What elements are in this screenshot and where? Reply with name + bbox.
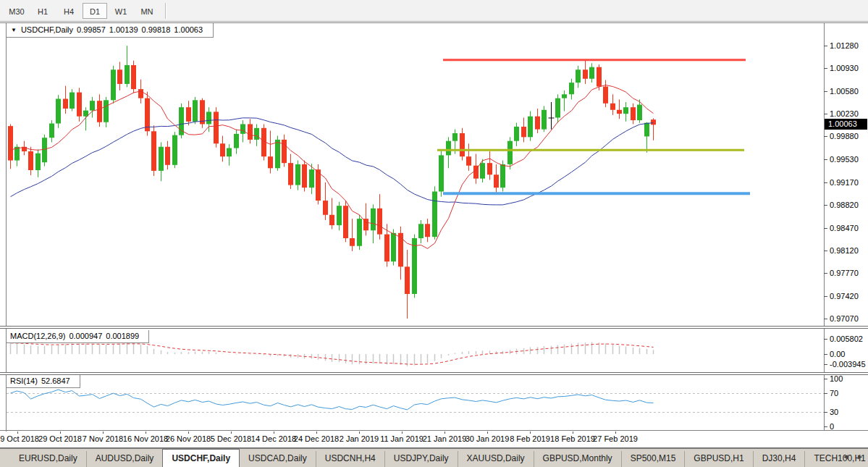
ohlc-low: 0.99818: [142, 25, 171, 34]
macd-value-2: 0.001899: [106, 332, 139, 340]
symbol-tab-usdcnh-h4[interactable]: USDCNH,H4: [316, 451, 384, 467]
rsi-canvas[interactable]: [7, 375, 824, 429]
splitter-macd[interactable]: [0, 326, 868, 329]
symbol-tab-usdcad-daily[interactable]: USDCAD,Daily: [240, 451, 316, 467]
price-axis-border: [824, 22, 825, 430]
macd-axis-label: -0.003945: [830, 359, 867, 369]
symbol-tab-gbpusd-monthly[interactable]: GBPUSD,Monthly: [534, 451, 621, 467]
date-tick: [60, 432, 61, 434]
price-axis-label: 0.97420: [830, 291, 867, 301]
tab-scroll-controls: ◄ ►: [842, 453, 864, 460]
trading-terminal: M30H1H4D1W1MN ▼USDCHF,Daily0.998571.0013…: [0, 0, 868, 467]
symbol-tab-audusd-daily[interactable]: AUDUSD,Daily: [86, 451, 163, 467]
price-axis-label: 1.00930: [830, 63, 867, 73]
ohlc-high: 1.00139: [109, 25, 138, 34]
timeframe-button-h1[interactable]: H1: [30, 3, 55, 19]
date-axis-border: [0, 430, 868, 431]
timeframe-button-h4[interactable]: H4: [56, 3, 81, 19]
price-axis-label: 1.00580: [830, 86, 867, 96]
tab-scroll-left-icon[interactable]: ◄: [842, 453, 849, 460]
symbol-tab-gbpusd-h1[interactable]: GBPUSD,H1: [684, 451, 752, 467]
symbol-tab-eurusd-daily[interactable]: EURUSD,Daily: [10, 451, 86, 467]
rsi-axis-label-tick: [824, 412, 827, 413]
symbol-tab-bar: EURUSD,DailyAUDUSD,DailyUSDCHF,DailyUSDC…: [0, 448, 868, 467]
price-axis-label-tick: [824, 273, 827, 274]
price-axis-label: 1.01280: [830, 41, 867, 51]
price-axis-label-tick: [824, 159, 827, 160]
ohlc-close: 1.00063: [174, 25, 203, 34]
macd-name: MACD(12,26,9): [10, 332, 65, 340]
rsi-axis-label: 0: [830, 421, 867, 432]
date-tick: [402, 432, 403, 434]
rsi-axis-label: 70: [830, 388, 867, 398]
rsi-axis-label-tick: [824, 393, 827, 394]
price-axis-label: 0.99170: [830, 177, 867, 188]
macd-axis-label-tick: [824, 339, 827, 340]
date-axis[interactable]: 19 Oct 201829 Oct 20187 Nov 201816 Nov 2…: [0, 432, 868, 447]
chart-symbol: USDCHF,Daily: [21, 25, 73, 34]
rsi-axis-label-tick: [824, 379, 827, 379]
symbol-tab-sp500-m15[interactable]: SP500,M15: [621, 451, 685, 467]
date-tick: [615, 432, 616, 434]
date-tick: [316, 432, 317, 434]
tab-scroll-right-icon[interactable]: ►: [856, 453, 864, 460]
date-tick: [17, 432, 18, 434]
toolbar-separator: [165, 3, 167, 19]
price-axis-label-tick: [824, 319, 827, 319]
timeframe-toolbar: M30H1H4D1W1MN: [0, 0, 868, 22]
symbol-tab-dj30-h4[interactable]: DJ30,H4: [753, 451, 805, 467]
rsi-axis-label-tick: [824, 426, 827, 427]
price-axis-label-tick: [824, 182, 827, 183]
price-axis-label: 0.98120: [830, 245, 867, 256]
timeframe-button-mn[interactable]: MN: [135, 3, 159, 19]
price-axis-label: 0.98820: [830, 200, 867, 210]
date-tick: [103, 432, 104, 434]
timeframe-bar: M30H1H4D1W1MN: [4, 3, 161, 19]
current-price-tag: 1.00063: [825, 119, 867, 130]
date-tick: [188, 432, 189, 434]
macd-axis-label-tick: [824, 354, 827, 355]
macd-axis-label: 0.00: [830, 349, 867, 359]
macd-axis-label: 0.005802: [830, 334, 867, 344]
price-chart-canvas[interactable]: [7, 23, 824, 325]
price-axis-label: 0.97070: [830, 314, 867, 324]
symbol-tab-xauusd-daily[interactable]: XAUUSD,Daily: [458, 451, 534, 467]
price-axis-label: 0.98470: [830, 223, 867, 233]
price-axis-label: 0.97770: [830, 268, 867, 278]
rsi-axis-label: 100: [830, 374, 867, 384]
rsi-label: RSI(14)52.6847: [7, 375, 80, 388]
price-axis-label-tick: [824, 205, 827, 206]
price-axis-label-tick: [824, 46, 827, 46]
rsi-value: 52.6847: [41, 376, 70, 385]
timeframe-button-w1[interactable]: W1: [109, 3, 133, 19]
price-axis-label-tick: [824, 228, 827, 229]
date-tick: [146, 432, 146, 434]
date-tick: [359, 432, 360, 434]
symbol-tab-usdchf-daily[interactable]: USDCHF,Daily: [162, 449, 240, 467]
price-axis-label-tick: [824, 251, 827, 251]
price-axis-label-tick: [824, 68, 827, 69]
macd-label: MACD(12,26,9)0.0009470.001899: [7, 330, 149, 343]
timeframe-button-m30[interactable]: M30: [4, 3, 29, 19]
price-axis-label-tick: [824, 296, 827, 297]
date-tick: [487, 432, 488, 434]
chevron-down-icon[interactable]: ▼: [11, 27, 17, 33]
macd-value-1: 0.000947: [69, 332, 102, 340]
date-tick: [274, 432, 274, 434]
rsi-axis-label: 30: [830, 407, 867, 417]
date-tick: [231, 432, 232, 434]
date-label: 27 Feb 2019: [586, 434, 644, 443]
date-tick: [573, 432, 573, 434]
rsi-name: RSI(14): [10, 376, 38, 385]
price-axis-label: 0.99880: [830, 131, 867, 141]
chart-title: ▼USDCHF,Daily0.998571.001390.998181.0006…: [7, 23, 214, 38]
ohlc-open: 0.99857: [77, 25, 106, 34]
price-axis-label: 1.00230: [830, 109, 867, 119]
timeframe-button-d1[interactable]: D1: [83, 3, 107, 19]
macd-axis-label-tick: [824, 364, 827, 365]
price-axis-label: 0.99530: [830, 154, 867, 164]
price-axis-label-tick: [824, 136, 827, 137]
date-tick: [530, 432, 531, 434]
symbol-tab-usdjpy-daily[interactable]: USDJPY,Daily: [384, 451, 458, 467]
date-tick: [444, 432, 445, 434]
